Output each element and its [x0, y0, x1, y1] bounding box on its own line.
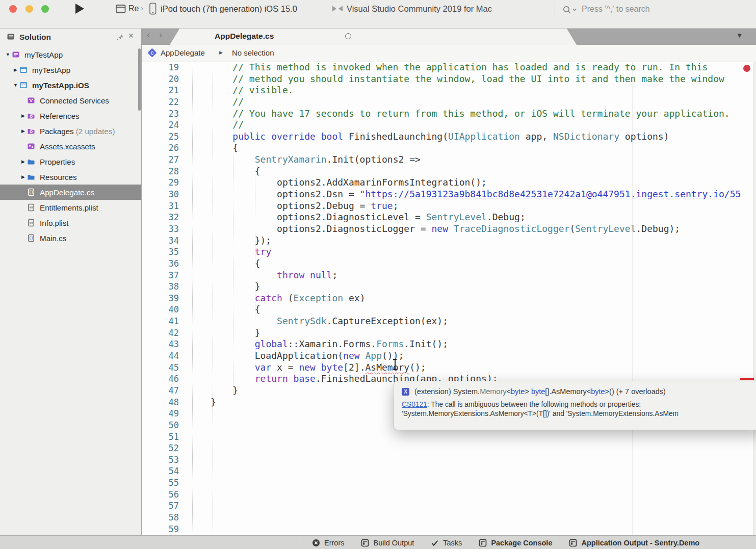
code-line[interactable]: }	[211, 327, 741, 339]
code-line[interactable]	[211, 489, 741, 501]
line-number[interactable]: 28	[142, 166, 179, 177]
code-line[interactable]: global::Xamarin.Forms.Forms.Init();	[211, 338, 741, 350]
run-button[interactable]	[75, 4, 84, 14]
breadcrumb-class[interactable]: AppDelegate	[161, 48, 205, 57]
code-line[interactable]: catch (Exception ex)	[211, 293, 741, 304]
navigate-back-icon[interactable]: ‹	[147, 29, 150, 40]
sidebar-item-entitlements-plist[interactable]: Entitlements.plist	[0, 200, 141, 215]
line-number[interactable]: 30	[142, 189, 179, 200]
line-number[interactable]: 54	[142, 465, 179, 477]
line-number[interactable]: 39	[142, 293, 179, 304]
error-code-link[interactable]: CS0121	[402, 401, 427, 408]
line-number[interactable]: 52	[142, 442, 179, 454]
code-line[interactable]: options2.Dsn = "https://5a193123a9b841bc…	[211, 189, 741, 200]
line-number[interactable]: 29	[142, 177, 179, 189]
editor-scrollbar[interactable]	[753, 62, 756, 535]
sidebar-item-mytestapp[interactable]: ▶myTestApp	[0, 62, 141, 77]
dsn-url-link[interactable]: https://5a193123a9b841bc8d8e42531e7242a1…	[365, 189, 741, 199]
expander-right-icon[interactable]: ▶	[19, 128, 27, 134]
sidebar-item-references[interactable]: ▶References	[0, 108, 141, 123]
line-number[interactable]: 41	[142, 316, 179, 327]
configuration-chevron-icon[interactable]: ›	[141, 4, 143, 12]
code-line[interactable]: }	[211, 281, 741, 293]
expander-right-icon[interactable]: ▶	[12, 67, 19, 72]
line-number[interactable]: 50	[142, 420, 179, 431]
line-number[interactable]: 53	[142, 454, 179, 466]
line-number[interactable]: 46	[142, 373, 179, 385]
close-icon[interactable]: ✕	[128, 32, 134, 40]
line-number[interactable]: 24	[142, 119, 179, 131]
line-number[interactable]: 27	[142, 154, 179, 166]
expander-down-icon[interactable]: ▼	[12, 83, 19, 88]
expander-down-icon[interactable]: ▼	[4, 52, 12, 57]
device-selector[interactable]: iPod touch (7th generation) iOS 15.0	[161, 4, 297, 14]
line-number[interactable]: 42	[142, 327, 179, 339]
line-number[interactable]: 59	[142, 524, 179, 535]
code-line[interactable]	[211, 431, 741, 443]
line-number[interactable]: 23	[142, 108, 179, 120]
code-editor[interactable]: 1920212223242526272829303132333435363738…	[142, 62, 756, 535]
line-number[interactable]: 48	[142, 397, 179, 408]
code-line[interactable]	[211, 477, 741, 489]
line-number[interactable]: 21	[142, 85, 179, 96]
code-line[interactable]: // visible.	[211, 85, 741, 96]
line-number[interactable]: 58	[142, 512, 179, 524]
sidebar-item-mytestapp[interactable]: ▼myTestApp	[0, 47, 141, 62]
line-number[interactable]: 25	[142, 131, 179, 143]
expander-right-icon[interactable]: ▶	[19, 159, 27, 164]
line-number[interactable]: 32	[142, 212, 179, 223]
code-text[interactable]: // This method is invoked when the appli…	[211, 62, 741, 535]
line-number[interactable]: 31	[142, 200, 179, 212]
traffic-light-close-icon[interactable]	[9, 5, 17, 13]
configuration-selector[interactable]: Re	[128, 4, 139, 13]
line-number[interactable]: 56	[142, 489, 179, 501]
statusbar-package-console[interactable]: Package Console	[479, 539, 552, 547]
statusbar-errors[interactable]: Errors	[312, 539, 344, 547]
scrollbar-error-marker[interactable]	[740, 378, 754, 380]
code-line[interactable]: try	[211, 246, 741, 258]
line-number[interactable]: 37	[142, 270, 179, 281]
code-line[interactable]: });	[211, 235, 741, 247]
code-line[interactable]: // You have 17 seconds to return from th…	[211, 108, 741, 120]
sidebar-item-packages[interactable]: ▶Packages(2 updates)	[0, 123, 141, 139]
line-number[interactable]: 51	[142, 431, 179, 443]
statusbar-tasks[interactable]: Tasks	[431, 539, 462, 547]
global-search-field[interactable]: Press '^,' to search	[562, 3, 751, 17]
code-line[interactable]: options2.DiagnosticLogger = new TraceDia…	[211, 223, 741, 235]
line-number[interactable]: 20	[142, 73, 179, 85]
navigate-forward-icon[interactable]: ›	[159, 29, 162, 40]
code-line[interactable]: SentryXamarin.Init(options2 =>	[211, 154, 741, 166]
code-line[interactable]: // This method is invoked when the appli…	[211, 62, 741, 73]
traffic-light-zoom-icon[interactable]	[41, 5, 49, 13]
line-number[interactable]: 43	[142, 338, 179, 350]
search-icon[interactable]	[562, 5, 578, 16]
expander-right-icon[interactable]: ▶	[19, 113, 27, 118]
code-line[interactable]: options2.AddXamarinFormsIntegration();	[211, 177, 741, 189]
tab-appdelegate[interactable]: AppDelegate.cs	[170, 28, 577, 45]
code-line[interactable]	[211, 454, 741, 466]
sidebar-scrollbar[interactable]	[138, 48, 141, 111]
line-number[interactable]: 26	[142, 142, 179, 154]
breadcrumb-selection[interactable]: No selection	[232, 48, 274, 57]
code-line[interactable]: //	[211, 96, 741, 108]
code-line[interactable]: // method you should instantiate the win…	[211, 73, 741, 85]
line-number[interactable]: 34	[142, 235, 179, 247]
expander-right-icon[interactable]: ▶	[19, 174, 27, 179]
code-line[interactable]: //	[211, 119, 741, 131]
code-line[interactable]	[211, 524, 741, 535]
statusbar-build-output[interactable]: Build Output	[361, 539, 414, 547]
code-line[interactable]: SentrySdk.CaptureException(ex);	[211, 316, 741, 327]
line-number[interactable]: 45	[142, 362, 179, 374]
code-line[interactable]: options2.DiagnosticLevel = SentryLevel.D…	[211, 212, 741, 223]
line-number[interactable]: 38	[142, 281, 179, 293]
sidebar-item-properties[interactable]: ▶Properties	[0, 154, 141, 169]
code-line[interactable]	[211, 465, 741, 477]
statusbar-application-output-sentry-demo[interactable]: Application Output - Sentry.Demo	[569, 539, 699, 547]
line-number[interactable]: 19	[142, 62, 179, 73]
sidebar-item-appdelegate-cs[interactable]: {}AppDelegate.cs	[0, 185, 141, 200]
code-line[interactable]	[211, 512, 741, 524]
tab-modified-icon[interactable]	[345, 33, 351, 39]
line-number[interactable]: 44	[142, 350, 179, 362]
line-number[interactable]: 55	[142, 477, 179, 489]
sidebar-item-main-cs[interactable]: {}Main.cs	[0, 230, 141, 246]
